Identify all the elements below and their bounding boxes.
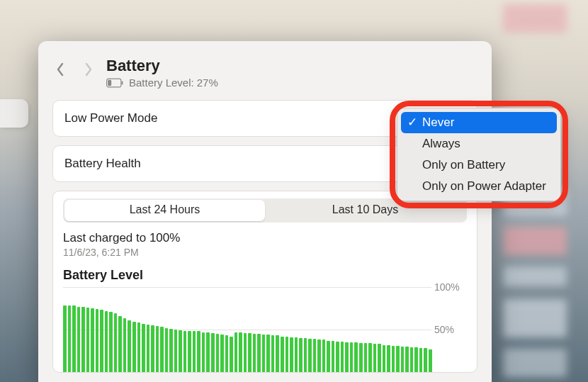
chart-bar: [132, 322, 136, 372]
back-button[interactable]: [55, 62, 65, 72]
chart-bar: [244, 333, 247, 372]
chart-bar: [220, 335, 224, 372]
y-tick-50: 50%: [434, 324, 467, 335]
chart-bar: [368, 343, 372, 372]
chart-bar: [414, 347, 418, 372]
chart-bar: [266, 335, 270, 372]
chart-bar: [96, 309, 99, 372]
chart-bar: [327, 341, 330, 372]
chart-bar: [378, 344, 381, 372]
chart-bar: [383, 345, 386, 372]
chart-bar: [248, 333, 251, 372]
battery-level-subtitle: Battery Level: 27%: [106, 77, 218, 89]
chart-bar: [313, 339, 317, 372]
chart-bar: [68, 305, 72, 372]
chart-bar: [206, 332, 210, 372]
chart-bar: [128, 320, 131, 372]
chart-bar: [109, 312, 113, 372]
chart-bar: [410, 347, 414, 372]
chart-bar: [308, 339, 312, 372]
battery-level-prefix: Battery Level:: [129, 77, 194, 89]
chart-bar: [285, 337, 289, 372]
chart-bar: [118, 316, 122, 372]
chart-bar: [91, 308, 94, 372]
battery-level-value: 27%: [197, 77, 218, 89]
chart-bar: [281, 337, 284, 372]
svg-rect-1: [121, 81, 123, 84]
chart-bar: [299, 338, 303, 372]
chart-bar: [123, 318, 127, 372]
chart-bar: [234, 332, 238, 372]
chart-bar: [262, 335, 266, 372]
chart-bar: [147, 325, 150, 372]
battery-icon: [106, 78, 123, 88]
page-title: Battery: [106, 57, 218, 75]
chart-bar: [211, 333, 215, 372]
chart-bar: [142, 324, 145, 372]
chart-bar: [77, 307, 81, 372]
time-range-1[interactable]: Last 10 Days: [265, 200, 465, 221]
chart-bar: [364, 343, 368, 372]
chart-bar: [271, 335, 275, 372]
chart-bar: [63, 305, 67, 372]
chart-bar: [169, 329, 173, 372]
chart-bar: [304, 338, 307, 372]
chart-bar: [332, 341, 335, 372]
chart-bar: [341, 342, 344, 372]
forward-button[interactable]: [84, 62, 94, 72]
chart-bar: [419, 348, 423, 372]
chart-bar: [429, 349, 432, 372]
usage-chart-card: Last 24 HoursLast 10 Days Last charged t…: [52, 191, 477, 373]
chart-bar: [401, 347, 405, 372]
chart-bar: [239, 332, 242, 372]
chart-bar: [345, 342, 349, 372]
y-tick-100: 100%: [434, 281, 467, 293]
chart-bar: [225, 335, 229, 372]
last-charged-text: Last charged to 100%: [63, 231, 467, 245]
battery-health-label: Battery Health: [64, 157, 141, 171]
chart-bar: [350, 342, 354, 372]
time-range-0[interactable]: Last 24 Hours: [64, 200, 265, 221]
chart-bar: [396, 346, 400, 372]
chart-bar: [354, 342, 358, 372]
chart-bar: [290, 337, 293, 372]
chart-bar: [359, 343, 363, 372]
chart-bar: [86, 308, 90, 372]
chart-bar: [188, 331, 191, 372]
window-header: Battery Battery Level: 27%: [38, 41, 492, 97]
battery-health-row[interactable]: Battery Health: [52, 145, 477, 182]
chart-bar: [405, 347, 409, 372]
chart-bar: [392, 346, 395, 372]
chart-bar: [253, 334, 256, 372]
chart-bar: [72, 305, 76, 372]
chart-bar: [202, 332, 205, 372]
chart-bar: [257, 334, 261, 372]
chart-bar: [105, 311, 108, 372]
last-charged-timestamp: 11/6/23, 6:21 PM: [63, 247, 467, 258]
chart-bar: [317, 339, 321, 372]
chart-bar: [387, 345, 390, 372]
chart-bar: [183, 331, 187, 372]
chart-bar: [160, 327, 164, 372]
chart-bar: [179, 330, 182, 372]
chart-bar: [197, 331, 200, 372]
low-power-mode-row[interactable]: Low Power Mode: [52, 100, 477, 137]
chart-bar: [295, 337, 298, 372]
chart-bar: [216, 334, 220, 372]
low-power-mode-label: Low Power Mode: [64, 111, 157, 125]
chart-bar: [373, 344, 377, 372]
chart-bar: [230, 337, 233, 372]
battery-level-chart: 100% 50%: [63, 287, 467, 372]
chart-bar: [137, 322, 141, 372]
chart-bar: [193, 331, 196, 372]
chart-bar: [322, 339, 326, 372]
chart-bar: [174, 330, 178, 372]
chart-bar: [276, 335, 279, 372]
chart-bar: [156, 326, 159, 372]
time-range-segmented[interactable]: Last 24 HoursLast 10 Days: [63, 198, 467, 223]
chart-bar: [100, 310, 103, 372]
chart-bar: [81, 307, 85, 372]
chart-bar: [151, 325, 154, 372]
sidebar-sliver: [0, 99, 28, 128]
chart-bar: [165, 328, 169, 372]
